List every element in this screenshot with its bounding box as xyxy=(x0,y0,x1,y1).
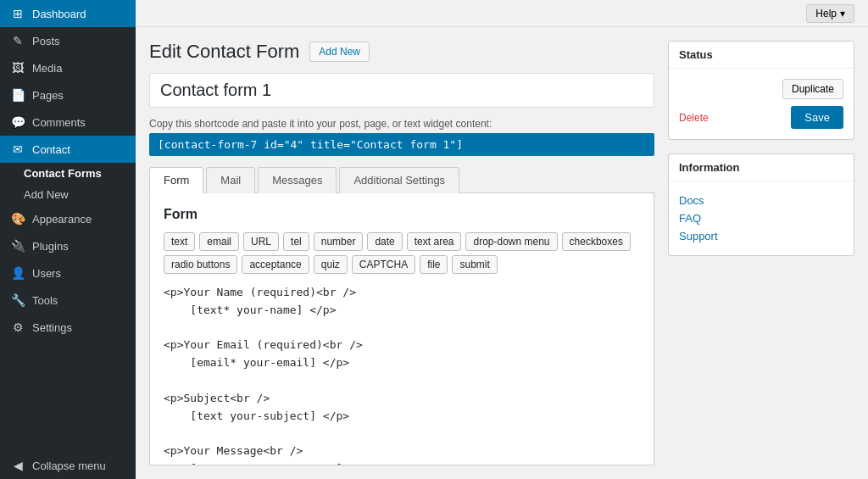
plugins-icon: 🔌 xyxy=(10,239,25,253)
help-arrow-icon: ▾ xyxy=(840,8,845,19)
add-new-button[interactable]: Add New xyxy=(309,42,370,62)
tag-text[interactable]: text xyxy=(164,232,195,251)
status-box-title: Status xyxy=(669,42,854,69)
duplicate-button[interactable]: Duplicate xyxy=(782,79,843,99)
sidebar-item-plugins[interactable]: 🔌 Plugins xyxy=(0,232,136,259)
save-button[interactable]: Save xyxy=(791,106,843,129)
dashboard-icon: ⊞ xyxy=(10,7,25,20)
sidebar-item-add-new[interactable]: Add New xyxy=(0,184,136,205)
info-box-content: Docs FAQ Support xyxy=(669,181,854,255)
tabs-container: Form Mail Messages Additional Settings F… xyxy=(149,166,654,465)
posts-icon: ✎ xyxy=(10,34,25,47)
sidebar-item-label: Posts xyxy=(32,35,60,47)
shortcode-label: Copy this shortcode and paste it into yo… xyxy=(149,118,654,130)
info-box: Information Docs FAQ Support xyxy=(668,153,854,256)
sidebar-item-settings[interactable]: ⚙ Settings xyxy=(0,314,136,341)
collapse-icon: ◀ xyxy=(10,459,25,472)
content-area: Edit Contact Form Add New Copy this shor… xyxy=(136,27,868,479)
form-name-input[interactable] xyxy=(149,73,654,108)
sidebar-item-dashboard[interactable]: ⊞ Dashboard xyxy=(0,0,136,27)
sidebar-item-comments[interactable]: 💬 Comments xyxy=(0,109,136,136)
page-header: Edit Contact Form Add New xyxy=(149,41,654,63)
sidebar-item-label: Tools xyxy=(32,294,58,307)
info-link-docs[interactable]: Docs xyxy=(679,192,843,209)
tag-tel[interactable]: tel xyxy=(283,232,309,251)
sidebar-item-appearance[interactable]: 🎨 Appearance xyxy=(0,205,136,232)
appearance-icon: 🎨 xyxy=(10,212,25,226)
main-area: Help ▾ Edit Contact Form Add New Copy th… xyxy=(136,0,868,479)
right-panel: Status Duplicate Delete Save Information… xyxy=(668,41,854,465)
tag-textarea[interactable]: text area xyxy=(407,232,462,251)
sidebar-item-posts[interactable]: ✎ Posts xyxy=(0,27,136,54)
tabs-bar: Form Mail Messages Additional Settings xyxy=(149,166,654,193)
tag-submit[interactable]: submit xyxy=(452,255,497,274)
sidebar-item-label: Contact xyxy=(32,143,70,156)
sidebar-item-label: Settings xyxy=(32,321,72,334)
tag-file[interactable]: file xyxy=(420,255,448,274)
tools-icon: 🔧 xyxy=(10,293,25,307)
info-link-faq[interactable]: FAQ xyxy=(679,209,843,227)
sidebar-item-label: Collapse menu xyxy=(32,460,106,472)
sidebar-item-label: Media xyxy=(32,62,62,75)
sidebar-item-label: Plugins xyxy=(32,240,69,253)
users-icon: 👤 xyxy=(10,266,25,280)
tab-messages[interactable]: Messages xyxy=(258,167,337,193)
tag-dropdown[interactable]: drop-down menu xyxy=(465,232,557,251)
shortcode-area: Copy this shortcode and paste it into yo… xyxy=(149,118,654,156)
tag-date[interactable]: date xyxy=(367,232,402,251)
tag-number[interactable]: number xyxy=(314,232,364,251)
info-box-title: Information xyxy=(669,154,854,181)
code-editor[interactable]: <p>Your Name (required)<br /> [text* you… xyxy=(164,284,640,465)
sidebar-item-tools[interactable]: 🔧 Tools xyxy=(0,287,136,314)
help-button[interactable]: Help ▾ xyxy=(806,4,854,23)
tag-quiz[interactable]: quiz xyxy=(314,255,348,274)
main-panel: Edit Contact Form Add New Copy this shor… xyxy=(149,41,654,465)
help-label: Help xyxy=(815,8,837,19)
settings-icon: ⚙ xyxy=(10,320,25,334)
sidebar-item-label: Users xyxy=(32,267,61,280)
sidebar-item-contact-forms[interactable]: Contact Forms xyxy=(0,163,136,184)
pages-icon: 📄 xyxy=(10,88,25,102)
sidebar-item-contact[interactable]: ✉ Contact xyxy=(0,136,136,163)
status-actions: Delete Save xyxy=(679,106,843,129)
shortcode-box[interactable]: [contact-form-7 id="4" title="Contact fo… xyxy=(149,133,654,156)
sidebar-item-label: Dashboard xyxy=(32,8,86,20)
sidebar-item-label: Comments xyxy=(32,116,86,129)
tag-buttons-area: text email URL tel number date text area… xyxy=(164,232,640,274)
status-row: Duplicate xyxy=(679,79,843,99)
sidebar-collapse-menu[interactable]: ◀ Collapse menu xyxy=(0,452,136,479)
sidebar: ⊞ Dashboard ✎ Posts 🖼 Media 📄 Pages 💬 Co… xyxy=(0,0,136,479)
tag-acceptance[interactable]: acceptance xyxy=(242,255,309,274)
topbar: Help ▾ xyxy=(136,0,868,27)
contact-icon: ✉ xyxy=(10,142,25,156)
tag-radio[interactable]: radio buttons xyxy=(164,255,237,274)
tag-captcha[interactable]: CAPTCHA xyxy=(352,255,415,274)
media-icon: 🖼 xyxy=(10,61,25,75)
status-box: Status Duplicate Delete Save xyxy=(668,41,854,140)
form-panel-title: Form xyxy=(164,207,640,222)
tab-additional-settings[interactable]: Additional Settings xyxy=(339,167,459,193)
tag-email[interactable]: email xyxy=(199,232,239,251)
form-panel: Form text email URL tel number date text… xyxy=(149,193,654,465)
comments-icon: 💬 xyxy=(10,115,25,129)
sidebar-item-pages[interactable]: 📄 Pages xyxy=(0,81,136,109)
tab-mail[interactable]: Mail xyxy=(206,167,255,193)
status-box-content: Duplicate Delete Save xyxy=(669,69,854,139)
tag-url[interactable]: URL xyxy=(243,232,279,251)
info-link-support[interactable]: Support xyxy=(679,227,843,245)
sidebar-item-users[interactable]: 👤 Users xyxy=(0,259,136,287)
sidebar-item-label: Pages xyxy=(32,89,64,102)
tab-form[interactable]: Form xyxy=(149,167,203,193)
page-title: Edit Contact Form xyxy=(149,41,299,63)
tag-checkboxes[interactable]: checkboxes xyxy=(562,232,631,251)
sidebar-item-label: Appearance xyxy=(32,213,92,226)
sidebar-item-media[interactable]: 🖼 Media xyxy=(0,54,136,81)
delete-link[interactable]: Delete xyxy=(679,112,709,124)
